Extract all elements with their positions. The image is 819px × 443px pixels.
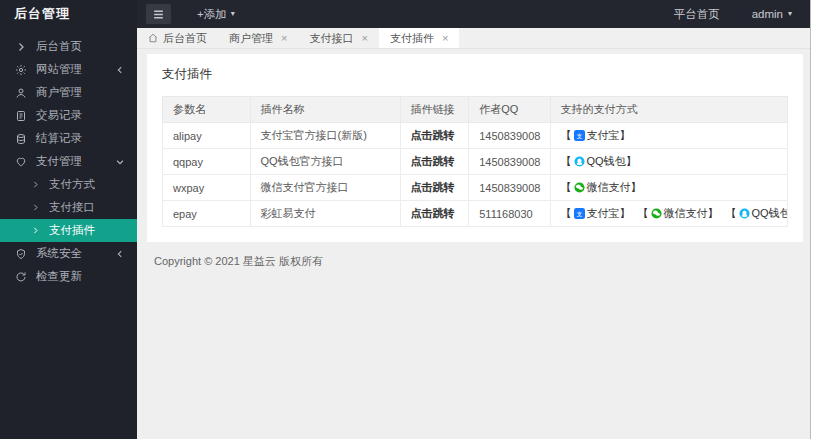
close-icon[interactable]: × <box>442 32 448 44</box>
cell-author-qq: 1450839008 <box>469 123 550 149</box>
sidebar-item[interactable]: 检查更新 <box>0 265 137 288</box>
file-icon <box>15 110 27 122</box>
cell-plugin-link: 点击跳转 <box>400 123 469 149</box>
tab-商户管理[interactable]: 商户管理× <box>218 28 298 48</box>
add-dropdown[interactable]: +添加 ▾ <box>197 7 235 22</box>
qq-icon <box>574 156 585 167</box>
copyright: Copyright © 2021 星益云 版权所有 <box>137 242 810 269</box>
cell-methods: 【支支付宝】 <box>550 123 788 149</box>
sidebar-item-label: 交易记录 <box>36 108 82 123</box>
tab-后台首页[interactable]: 后台首页 <box>137 28 218 48</box>
svg-text:支: 支 <box>576 132 582 139</box>
close-icon[interactable]: × <box>361 32 367 44</box>
cell-author-qq: 511168030 <box>469 201 550 227</box>
admin-app: 后台管理 +添加 ▾ 平台首页 admin ▾ 后台首页网站管理商户管理交易记录… <box>0 0 811 439</box>
payment-plugins-panel: 支付插件 参数名插件名称插件链接作者QQ支持的支付方式 alipay支付宝官方接… <box>147 54 803 242</box>
jump-link[interactable]: 点击跳转 <box>411 207 455 219</box>
column-header: 作者QQ <box>469 97 550 123</box>
tab-label: 支付接口 <box>309 31 353 46</box>
home-icon <box>148 33 158 43</box>
payment-method-label: QQ钱包 <box>587 155 626 167</box>
refresh-icon <box>15 271 27 283</box>
payment-method-badge: 【QQ钱包】 <box>726 207 788 219</box>
payment-method-label: 支付宝 <box>587 129 620 141</box>
table-header-row: 参数名插件名称插件链接作者QQ支持的支付方式 <box>163 97 788 123</box>
chevron-right-icon <box>31 203 40 212</box>
cell-param: alipay <box>163 123 251 149</box>
column-header: 支持的支付方式 <box>550 97 788 123</box>
table-wrap: 参数名插件名称插件链接作者QQ支持的支付方式 alipay支付宝官方接口(新版)… <box>147 93 803 242</box>
table-row: qqpayQQ钱包官方接口点击跳转1450839008【QQ钱包】 <box>163 149 788 175</box>
topbar: 后台管理 +添加 ▾ 平台首页 admin ▾ <box>0 0 810 28</box>
sidebar-subitem[interactable]: 支付方式 <box>0 173 137 196</box>
jump-link[interactable]: 点击跳转 <box>411 129 455 141</box>
cell-param: epay <box>163 201 251 227</box>
cell-plugin-link: 点击跳转 <box>400 149 469 175</box>
sidebar-subitem[interactable]: 支付插件 <box>0 219 137 242</box>
sidebar-item-label: 结算记录 <box>36 131 82 146</box>
cell-plugin-name: 微信支付官方接口 <box>250 175 400 201</box>
alipay-icon: 支 <box>574 130 585 141</box>
close-icon[interactable]: × <box>281 32 287 44</box>
sidebar-item-label: 网站管理 <box>36 62 82 77</box>
shield-check-icon <box>15 248 27 260</box>
chevron-right-icon <box>15 41 27 53</box>
column-header: 插件名称 <box>250 97 400 123</box>
jump-link[interactable]: 点击跳转 <box>411 155 455 167</box>
sidebar-item[interactable]: 结算记录 <box>0 127 137 150</box>
tab-label: 支付插件 <box>390 31 434 46</box>
chevron-right-icon <box>31 226 40 235</box>
tab-label: 商户管理 <box>229 31 273 46</box>
table-row: epay彩虹易支付点击跳转511168030【支支付宝】【微信支付】【QQ钱包】 <box>163 201 788 227</box>
chevron-left-icon <box>115 65 125 75</box>
sidebar-item-label: 支付管理 <box>36 154 82 169</box>
topbar-right: 平台首页 admin ▾ <box>674 7 810 22</box>
platform-home-link[interactable]: 平台首页 <box>674 7 720 22</box>
main-content: 支付插件 参数名插件名称插件链接作者QQ支持的支付方式 alipay支付宝官方接… <box>137 49 810 439</box>
cell-plugin-link: 点击跳转 <box>400 201 469 227</box>
cell-plugin-name: QQ钱包官方接口 <box>250 149 400 175</box>
payment-method-badge: 【支支付宝】 <box>561 129 631 141</box>
payment-method-badge: 【微信支付】 <box>561 181 642 193</box>
gear-icon <box>15 64 27 76</box>
sidebar-item[interactable]: 网站管理 <box>0 58 137 81</box>
sidebar-item-label: 检查更新 <box>36 269 82 284</box>
wechat-icon <box>574 182 585 193</box>
tab-支付接口[interactable]: 支付接口× <box>298 28 378 48</box>
username: admin <box>752 8 783 20</box>
table-row: wxpay微信支付官方接口点击跳转1450839008【微信支付】 <box>163 175 788 201</box>
payment-method-label: 微信支付 <box>587 181 631 193</box>
add-dropdown-label: +添加 <box>197 7 227 22</box>
user-dropdown[interactable]: admin ▾ <box>752 8 792 20</box>
sidebar-subitem-label: 支付接口 <box>49 200 95 215</box>
chevron-left-icon <box>115 249 125 259</box>
caret-down-icon: ▾ <box>231 10 235 18</box>
jump-link[interactable]: 点击跳转 <box>411 181 455 193</box>
cell-param: qqpay <box>163 149 251 175</box>
alipay-icon: 支 <box>574 208 585 219</box>
cell-plugin-name: 彩虹易支付 <box>250 201 400 227</box>
cell-param: wxpay <box>163 175 251 201</box>
panel-title: 支付插件 <box>147 54 803 93</box>
column-header: 参数名 <box>163 97 251 123</box>
plugins-table: 参数名插件名称插件链接作者QQ支持的支付方式 alipay支付宝官方接口(新版)… <box>162 96 788 227</box>
sidebar-item[interactable]: 支付管理 <box>0 150 137 173</box>
wechat-icon <box>651 208 662 219</box>
sidebar-item-label: 后台首页 <box>36 39 82 54</box>
sidebar-item[interactable]: 交易记录 <box>0 104 137 127</box>
payment-method-badge: 【支支付宝】 <box>561 207 631 219</box>
qq-icon <box>739 208 750 219</box>
chevron-down-icon <box>115 157 125 167</box>
sidebar-subitem[interactable]: 支付接口 <box>0 196 137 219</box>
sidebar-item[interactable]: 商户管理 <box>0 81 137 104</box>
hamburger-icon[interactable] <box>146 4 171 24</box>
tab-bar: 后台首页商户管理×支付接口×支付插件× <box>137 28 810 49</box>
sidebar-item[interactable]: 系统安全 <box>0 242 137 265</box>
sidebar-item[interactable]: 后台首页 <box>0 35 137 58</box>
cell-plugin-name: 支付宝官方接口(新版) <box>250 123 400 149</box>
cell-author-qq: 1450839008 <box>469 149 550 175</box>
tab-支付插件[interactable]: 支付插件× <box>379 28 459 48</box>
app-title: 后台管理 <box>0 0 137 28</box>
screenshot-page: 后台管理 +添加 ▾ 平台首页 admin ▾ 后台首页网站管理商户管理交易记录… <box>0 0 819 443</box>
sidebar: 后台首页网站管理商户管理交易记录结算记录支付管理支付方式支付接口支付插件系统安全… <box>0 28 137 439</box>
